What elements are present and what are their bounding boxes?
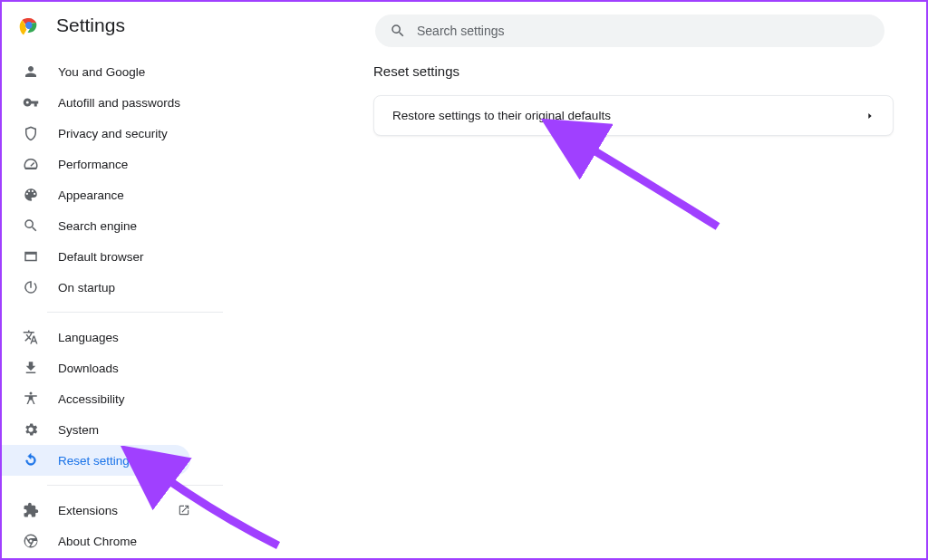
palette-icon: [22, 186, 40, 204]
search-icon: [22, 217, 40, 235]
sidebar-item-label: Extensions: [58, 504, 156, 517]
main-content: Reset settings Restore settings to their…: [237, 36, 926, 547]
sidebar-item-label: Reset settings: [58, 454, 190, 468]
sidebar-item-on-startup[interactable]: On startup: [2, 272, 190, 303]
sidebar-item-extensions[interactable]: Extensions: [2, 495, 190, 526]
settings-sidebar: You and Google Autofill and passwords Pr…: [2, 36, 237, 547]
sidebar-item-accessibility[interactable]: Accessibility: [2, 383, 190, 414]
sidebar-item-languages[interactable]: Languages: [2, 322, 190, 352]
power-icon: [22, 278, 40, 296]
sidebar-item-label: You and Google: [58, 65, 190, 79]
accessibility-icon: [22, 390, 40, 408]
sidebar-item-label: Performance: [58, 158, 190, 171]
sidebar-item-label: About Chrome: [58, 535, 190, 548]
search-settings-container: [375, 14, 884, 47]
search-icon: [390, 23, 406, 39]
sidebar-item-you-and-google[interactable]: You and Google: [2, 56, 190, 87]
reset-icon: [22, 451, 40, 469]
sidebar-item-about-chrome[interactable]: About Chrome: [2, 526, 190, 556]
sidebar-divider: [47, 312, 223, 313]
browser-icon: [22, 247, 40, 266]
sidebar-item-search-engine[interactable]: Search engine: [2, 210, 190, 241]
translate-icon: [22, 328, 40, 346]
sidebar-item-default-browser[interactable]: Default browser: [2, 241, 190, 272]
search-input[interactable]: [417, 24, 870, 38]
sidebar-item-label: Languages: [58, 331, 190, 344]
sidebar-item-label: Appearance: [58, 188, 190, 202]
system-icon: [22, 420, 40, 439]
sidebar-item-label: Accessibility: [58, 392, 190, 406]
sidebar-item-downloads[interactable]: Downloads: [2, 352, 190, 383]
search-settings-bar[interactable]: [375, 14, 884, 47]
restore-defaults-row[interactable]: Restore settings to their original defau…: [374, 96, 893, 135]
chevron-right-icon: [865, 111, 875, 121]
sidebar-item-autofill[interactable]: Autofill and passwords: [2, 87, 190, 118]
page-title: Settings: [56, 14, 125, 36]
sidebar-item-label: Search engine: [58, 219, 190, 233]
external-link-icon: [178, 504, 190, 517]
card-row-label: Restore settings to their original defau…: [392, 109, 611, 122]
sidebar-item-reset-settings[interactable]: Reset settings: [2, 445, 190, 476]
speedometer-icon: [22, 155, 40, 173]
chrome-logo-icon: [18, 14, 40, 36]
sidebar-item-label: Privacy and security: [58, 127, 190, 140]
person-icon: [22, 63, 40, 81]
sidebar-item-system[interactable]: System: [2, 414, 190, 445]
download-icon: [22, 359, 40, 377]
section-title: Reset settings: [373, 63, 894, 79]
sidebar-item-label: Autofill and passwords: [58, 96, 190, 110]
sidebar-item-label: On startup: [58, 281, 190, 294]
shield-icon: [22, 124, 40, 142]
sidebar-item-appearance[interactable]: Appearance: [2, 179, 190, 210]
sidebar-divider: [47, 485, 223, 486]
sidebar-item-privacy[interactable]: Privacy and security: [2, 118, 190, 149]
extension-icon: [22, 501, 40, 519]
sidebar-item-label: System: [58, 423, 190, 437]
sidebar-item-label: Default browser: [58, 250, 190, 264]
key-icon: [22, 93, 40, 111]
sidebar-item-performance[interactable]: Performance: [2, 149, 190, 179]
sidebar-item-label: Downloads: [58, 362, 190, 375]
reset-settings-card: Restore settings to their original defau…: [373, 95, 894, 136]
chrome-outline-icon: [22, 532, 40, 550]
